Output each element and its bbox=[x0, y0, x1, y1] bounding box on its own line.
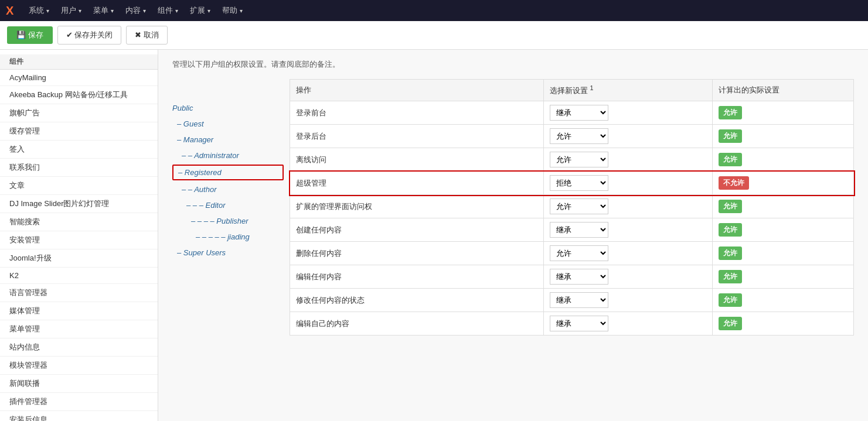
select-cell-7[interactable]: 继承允许拒绝 bbox=[543, 265, 713, 289]
select-cell-3[interactable]: 继承允许拒绝 bbox=[543, 172, 713, 195]
sidebar-header: 组件 bbox=[0, 54, 158, 70]
sidebar-item-djslider[interactable]: DJ Image Slider图片幻灯管理 bbox=[0, 195, 158, 213]
sidebar-item-search[interactable]: 智能搜索 bbox=[0, 213, 158, 231]
table-row: 超级管理继承允许拒绝不允许 bbox=[290, 172, 854, 195]
sidebar-item-install[interactable]: 安装管理 bbox=[0, 231, 158, 249]
nav-menu[interactable]: 菜单 ▾ bbox=[87, 0, 120, 21]
sidebar-item-cache[interactable]: 缓存管理 bbox=[0, 122, 158, 141]
badge-cell-7: 允许 bbox=[713, 265, 854, 289]
status-badge: 允许 bbox=[719, 223, 742, 237]
action-cell-2: 离线访问 bbox=[290, 148, 544, 172]
status-badge: 不允许 bbox=[719, 176, 749, 190]
sidebar-item-contacts[interactable]: 联系我们 bbox=[0, 159, 158, 177]
sidebar-item-checkin[interactable]: 签入 bbox=[0, 141, 158, 159]
sidebar-item-plugins[interactable]: 插件管理器 bbox=[0, 393, 158, 411]
table-row: 登录前台继承允许拒绝允许 bbox=[290, 101, 854, 125]
select-cell-0[interactable]: 继承允许拒绝 bbox=[543, 101, 713, 125]
sidebar: 组件 AcyMailing Akeeba Backup 网站备份/迁移工具 旗帜… bbox=[0, 50, 158, 421]
sidebar-item-newsfeeds[interactable]: 新闻联播 bbox=[0, 375, 158, 393]
nav-users[interactable]: 用户 ▾ bbox=[55, 0, 87, 21]
permission-select-6[interactable]: 继承允许拒绝 bbox=[550, 245, 608, 261]
action-cell-8: 修改任何内容的状态 bbox=[290, 289, 544, 312]
sidebar-item-articles[interactable]: 文章 bbox=[0, 177, 158, 195]
table-row: 删除任何内容继承允许拒绝允许 bbox=[290, 242, 854, 265]
sidebar-item-acymailing[interactable]: AcyMailing bbox=[0, 70, 158, 86]
status-badge: 允许 bbox=[719, 153, 742, 166]
select-cell-5[interactable]: 继承允许拒绝 bbox=[543, 218, 713, 242]
status-badge: 允许 bbox=[719, 270, 742, 283]
group-item-9[interactable]: – Super Users bbox=[172, 245, 284, 261]
table-row: 编辑任何内容继承允许拒绝允许 bbox=[290, 265, 854, 289]
sidebar-item-media[interactable]: 媒体管理 bbox=[0, 302, 158, 320]
group-item-4[interactable]: – Registered bbox=[172, 165, 284, 180]
cancel-button[interactable]: ✖ 取消 bbox=[126, 26, 168, 45]
select-cell-1[interactable]: 继承允许拒绝 bbox=[543, 125, 713, 148]
sidebar-item-messages[interactable]: 站内信息 bbox=[0, 338, 158, 357]
action-cell-6: 删除任何内容 bbox=[290, 242, 544, 265]
sidebar-item-joomla-upgrade[interactable]: Joomla!升级 bbox=[0, 249, 158, 268]
table-row: 登录后台继承允许拒绝允许 bbox=[290, 125, 854, 148]
nav-content[interactable]: 内容 ▾ bbox=[120, 0, 152, 21]
permissions-layout: Public– Guest– Manager– – Administrator–… bbox=[172, 79, 854, 336]
select-cell-2[interactable]: 继承允许拒绝 bbox=[543, 148, 713, 172]
group-item-6[interactable]: – – – Editor bbox=[172, 197, 284, 213]
nav-components[interactable]: 组件 ▾ bbox=[152, 0, 184, 21]
sidebar-item-banner[interactable]: 旗帜广告 bbox=[0, 104, 158, 122]
group-item-0[interactable]: Public bbox=[172, 100, 284, 116]
badge-cell-2: 允许 bbox=[713, 148, 854, 172]
save-button[interactable]: 💾 保存 bbox=[7, 26, 53, 44]
group-item-5[interactable]: – – Author bbox=[172, 182, 284, 197]
action-cell-7: 编辑任何内容 bbox=[290, 265, 544, 289]
badge-cell-5: 允许 bbox=[713, 218, 854, 242]
chevron-down-icon: ▾ bbox=[207, 8, 210, 14]
logo-icon: X bbox=[6, 4, 13, 18]
permission-select-1[interactable]: 继承允许拒绝 bbox=[550, 128, 608, 144]
col-new-setting: 选择新设置 1 bbox=[543, 80, 713, 101]
permission-select-7[interactable]: 继承允许拒绝 bbox=[550, 269, 608, 285]
permission-select-3[interactable]: 继承允许拒绝 bbox=[550, 175, 608, 191]
group-list: Public– Guest– Manager– – Administrator–… bbox=[172, 79, 290, 336]
table-row: 编辑自己的内容继承允许拒绝允许 bbox=[290, 312, 854, 336]
content-description: 管理以下用户组的权限设置。请查阅底部的备注。 bbox=[172, 59, 854, 70]
permission-select-4[interactable]: 继承允许拒绝 bbox=[550, 198, 608, 214]
permission-select-8[interactable]: 继承允许拒绝 bbox=[550, 292, 608, 308]
select-cell-8[interactable]: 继承允许拒绝 bbox=[543, 289, 713, 312]
table-row: 扩展的管理界面访问权继承允许拒绝允许 bbox=[290, 195, 854, 218]
badge-cell-0: 允许 bbox=[713, 101, 854, 125]
sidebar-item-menus[interactable]: 菜单管理 bbox=[0, 320, 158, 338]
select-cell-4[interactable]: 继承允许拒绝 bbox=[543, 195, 713, 218]
status-badge: 允许 bbox=[719, 293, 742, 307]
group-item-2[interactable]: – Manager bbox=[172, 132, 284, 148]
col-action: 操作 bbox=[290, 80, 544, 101]
select-cell-9[interactable]: 继承允许拒绝 bbox=[543, 312, 713, 336]
sidebar-item-languages[interactable]: 语言管理器 bbox=[0, 284, 158, 302]
nav-system[interactable]: 系统 ▾ bbox=[23, 0, 55, 21]
action-cell-5: 创建任何内容 bbox=[290, 218, 544, 242]
group-item-1[interactable]: – Guest bbox=[172, 116, 284, 132]
sidebar-item-modules[interactable]: 模块管理器 bbox=[0, 357, 158, 375]
permissions-table: 操作 选择新设置 1 计算出的实际设置 登录前台继承允许拒绝允许登录后台继承允许… bbox=[290, 79, 854, 336]
save-close-button[interactable]: ✔ 保存并关闭 bbox=[57, 26, 122, 45]
group-item-3[interactable]: – – Administrator bbox=[172, 148, 284, 163]
permission-select-5[interactable]: 继承允许拒绝 bbox=[550, 222, 608, 238]
table-row: 修改任何内容的状态继承允许拒绝允许 bbox=[290, 289, 854, 312]
permission-select-0[interactable]: 继承允许拒绝 bbox=[550, 105, 608, 121]
badge-cell-6: 允许 bbox=[713, 242, 854, 265]
sidebar-item-k2[interactable]: K2 bbox=[0, 268, 158, 284]
group-item-8[interactable]: – – – – – jiading bbox=[172, 229, 284, 245]
sidebar-item-akeeba[interactable]: Akeeba Backup 网站备份/迁移工具 bbox=[0, 86, 158, 104]
sidebar-item-postinstall[interactable]: 安装后信息 bbox=[0, 411, 158, 421]
chevron-down-icon: ▾ bbox=[46, 8, 49, 14]
group-item-7[interactable]: – – – – Publisher bbox=[172, 213, 284, 229]
status-badge: 允许 bbox=[719, 129, 742, 143]
nav-help[interactable]: 帮助 ▾ bbox=[216, 0, 249, 21]
permission-select-2[interactable]: 继承允许拒绝 bbox=[550, 152, 608, 167]
permission-select-9[interactable]: 继承允许拒绝 bbox=[550, 316, 608, 331]
top-navigation: X 系统 ▾ 用户 ▾ 菜单 ▾ 内容 ▾ 组件 ▾ 扩展 ▾ 帮助 ▾ bbox=[0, 0, 868, 21]
nav-extensions[interactable]: 扩展 ▾ bbox=[184, 0, 216, 21]
action-cell-9: 编辑自己的内容 bbox=[290, 312, 544, 336]
content-area: 管理以下用户组的权限设置。请查阅底部的备注。 Public– Guest– Ma… bbox=[158, 50, 868, 421]
select-cell-6[interactable]: 继承允许拒绝 bbox=[543, 242, 713, 265]
action-cell-1: 登录后台 bbox=[290, 125, 544, 148]
badge-cell-9: 允许 bbox=[713, 312, 854, 336]
